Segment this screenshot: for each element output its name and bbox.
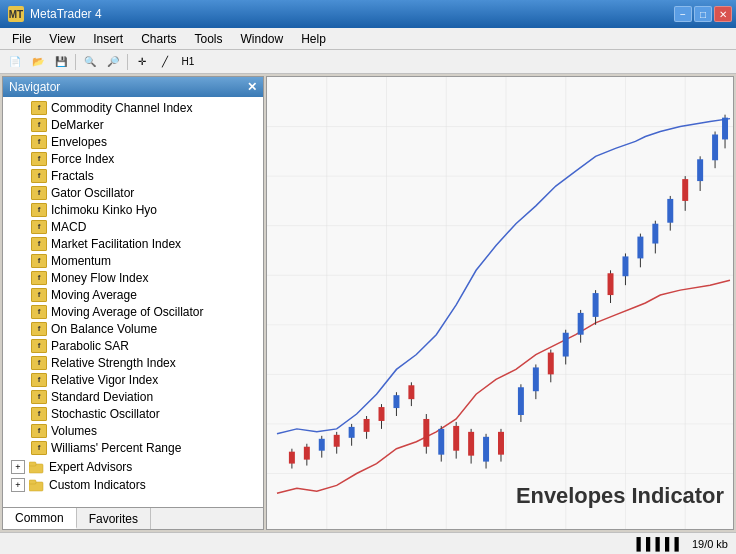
- indicator-icon: f: [31, 424, 47, 438]
- toolbar-crosshair[interactable]: ✛: [131, 52, 153, 72]
- indicator-item-williams[interactable]: f Williams' Percent Range: [3, 439, 263, 456]
- minimize-button[interactable]: −: [674, 6, 692, 22]
- custom-indicators-label: Custom Indicators: [49, 478, 146, 492]
- indicator-label: Williams' Percent Range: [51, 441, 181, 455]
- custom-indicators-section[interactable]: + Custom Indicators: [3, 476, 263, 494]
- indicator-item-fractals[interactable]: f Fractals: [3, 167, 263, 184]
- close-button[interactable]: ✕: [714, 6, 732, 22]
- svg-rect-27: [334, 435, 340, 447]
- title-text: MetaTrader 4: [30, 7, 102, 21]
- indicator-label: Standard Deviation: [51, 390, 153, 404]
- svg-rect-59: [578, 313, 584, 335]
- toolbar: 📄 📂 💾 🔍 🔎 ✛ ╱ H1: [0, 50, 736, 74]
- indicator-label: Stochastic Oscillator: [51, 407, 160, 421]
- indicator-icon: f: [31, 271, 47, 285]
- indicator-item-obv[interactable]: f On Balance Volume: [3, 320, 263, 337]
- indicator-item-rvi[interactable]: f Relative Vigor Index: [3, 371, 263, 388]
- svg-rect-61: [593, 293, 599, 317]
- toolbar-separator-1: [75, 54, 76, 70]
- svg-rect-73: [682, 179, 688, 201]
- svg-rect-21: [289, 452, 295, 464]
- svg-rect-65: [622, 256, 628, 276]
- chart-area: Envelopes Indicator: [266, 76, 734, 530]
- folder-icon: [29, 478, 45, 492]
- svg-rect-49: [498, 432, 504, 455]
- folder-icon: [29, 460, 45, 474]
- tab-common[interactable]: Common: [3, 508, 77, 529]
- expert-advisors-section[interactable]: + Expert Advisors: [3, 458, 263, 476]
- menu-view[interactable]: View: [41, 30, 83, 48]
- svg-rect-43: [453, 426, 459, 451]
- indicator-icon: f: [31, 220, 47, 234]
- menu-window[interactable]: Window: [233, 30, 292, 48]
- menu-tools[interactable]: Tools: [187, 30, 231, 48]
- svg-rect-1: [29, 462, 36, 466]
- svg-rect-31: [364, 419, 370, 432]
- indicator-item-mfi[interactable]: f Money Flow Index: [3, 269, 263, 286]
- menu-charts[interactable]: Charts: [133, 30, 184, 48]
- indicator-item-macd[interactable]: f MACD: [3, 218, 263, 235]
- indicator-item-demarker[interactable]: f DeMarker: [3, 116, 263, 133]
- menu-help[interactable]: Help: [293, 30, 334, 48]
- toolbar-open[interactable]: 📂: [27, 52, 49, 72]
- expert-advisors-label: Expert Advisors: [49, 460, 132, 474]
- title-bar-controls: − □ ✕: [674, 6, 732, 22]
- indicator-icon: f: [31, 169, 47, 183]
- indicator-label: Force Index: [51, 152, 114, 166]
- indicator-item-mfi-market[interactable]: f Market Facilitation Index: [3, 235, 263, 252]
- navigator-scroll[interactable]: f Commodity Channel Index f DeMarker f E…: [3, 97, 263, 507]
- chart-svg: Envelopes Indicator: [267, 77, 733, 529]
- indicator-item-sar[interactable]: f Parabolic SAR: [3, 337, 263, 354]
- indicator-icon: f: [31, 237, 47, 251]
- menu-file[interactable]: File: [4, 30, 39, 48]
- toolbar-zoom-in[interactable]: 🔍: [79, 52, 101, 72]
- tab-favorites[interactable]: Favorites: [77, 508, 151, 529]
- indicator-item-force[interactable]: f Force Index: [3, 150, 263, 167]
- indicator-item-ichimoku[interactable]: f Ichimoku Kinko Hyo: [3, 201, 263, 218]
- indicator-item-rsi[interactable]: f Relative Strength Index: [3, 354, 263, 371]
- menu-insert[interactable]: Insert: [85, 30, 131, 48]
- main-layout: Navigator ✕ f Commodity Channel Index f …: [0, 74, 736, 532]
- svg-text:Envelopes Indicator: Envelopes Indicator: [516, 483, 725, 508]
- toolbar-line[interactable]: ╱: [154, 52, 176, 72]
- indicator-icon: f: [31, 441, 47, 455]
- indicator-item-cci[interactable]: f Commodity Channel Index: [3, 99, 263, 116]
- indicator-item-momentum[interactable]: f Momentum: [3, 252, 263, 269]
- indicator-label: Moving Average: [51, 288, 137, 302]
- tab-favorites-label: Favorites: [89, 512, 138, 526]
- menu-bar: File View Insert Charts Tools Window Hel…: [0, 28, 736, 50]
- indicator-icon: f: [31, 407, 47, 421]
- indicator-item-gator[interactable]: f Gator Oscillator: [3, 184, 263, 201]
- svg-rect-79: [722, 118, 728, 140]
- toolbar-zoom-out[interactable]: 🔎: [102, 52, 124, 72]
- indicator-label: Moving Average of Oscillator: [51, 305, 204, 319]
- indicator-item-ma[interactable]: f Moving Average: [3, 286, 263, 303]
- title-bar: MT MetaTrader 4 − □ ✕: [0, 0, 736, 28]
- indicator-label: Momentum: [51, 254, 111, 268]
- indicator-item-volumes[interactable]: f Volumes: [3, 422, 263, 439]
- svg-rect-39: [423, 419, 429, 447]
- indicator-label: On Balance Volume: [51, 322, 157, 336]
- app-icon: MT: [8, 6, 24, 22]
- indicator-icon: f: [31, 288, 47, 302]
- svg-rect-63: [608, 273, 614, 295]
- indicator-item-envelopes[interactable]: f Envelopes: [3, 133, 263, 150]
- toolbar-period[interactable]: H1: [177, 52, 199, 72]
- indicator-label: Fractals: [51, 169, 94, 183]
- indicator-item-maosci[interactable]: f Moving Average of Oscillator: [3, 303, 263, 320]
- navigator-close-button[interactable]: ✕: [247, 80, 257, 94]
- maximize-button[interactable]: □: [694, 6, 712, 22]
- indicator-icon: f: [31, 356, 47, 370]
- indicator-item-stoch[interactable]: f Stochastic Oscillator: [3, 405, 263, 422]
- toolbar-new[interactable]: 📄: [4, 52, 26, 72]
- title-bar-left: MT MetaTrader 4: [8, 6, 102, 22]
- indicator-label: Money Flow Index: [51, 271, 148, 285]
- indicator-icon: f: [31, 373, 47, 387]
- tab-common-label: Common: [15, 511, 64, 525]
- indicator-item-stddev[interactable]: f Standard Deviation: [3, 388, 263, 405]
- navigator-header: Navigator ✕: [3, 77, 263, 97]
- navigator-tabs: Common Favorites: [3, 507, 263, 529]
- svg-rect-29: [349, 427, 355, 438]
- indicator-icon: f: [31, 118, 47, 132]
- toolbar-save[interactable]: 💾: [50, 52, 72, 72]
